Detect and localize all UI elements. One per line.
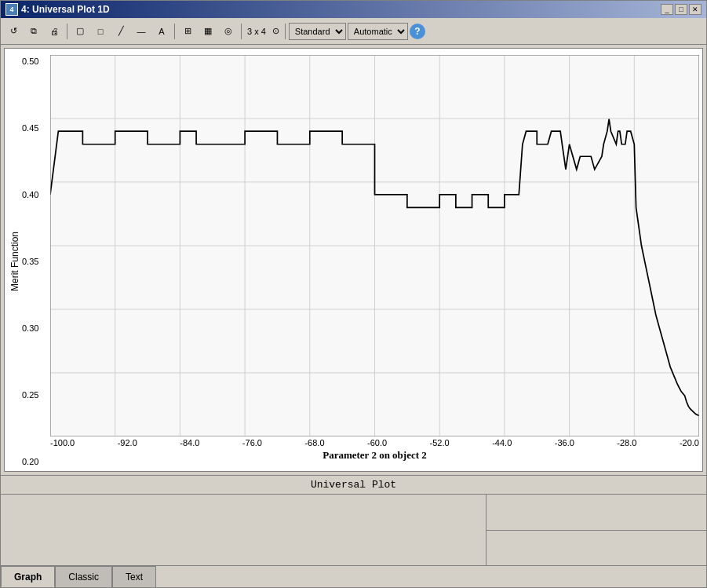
title-bar: 4 4: Universal Plot 1D _ □ ✕ <box>1 1 706 18</box>
tab-bar: Graph Classic Text <box>1 565 706 587</box>
automatic-select[interactable]: Automatic <box>348 23 408 40</box>
chart-area: Merit Function 0.50 0.45 0.40 0.35 0.30 … <box>4 48 703 472</box>
separator-1 <box>67 24 67 39</box>
tab-graph[interactable]: Graph <box>1 566 55 587</box>
separator-2 <box>174 24 175 39</box>
lower-left-panel <box>1 495 487 565</box>
help-button[interactable]: ? <box>410 24 425 39</box>
x-tick-7: -44.0 <box>492 438 512 447</box>
x-tick-1: -92.0 <box>118 438 137 447</box>
x-tick-9: -28.0 <box>617 438 636 447</box>
tab-classic[interactable]: Classic <box>55 566 112 587</box>
x-tick-10: -20.0 <box>680 438 699 447</box>
y-tick-labels: 0.50 0.45 0.40 0.35 0.30 0.25 0.20 <box>22 55 50 468</box>
x-tick-3: -76.0 <box>242 438 262 447</box>
x-tick-6: -52.0 <box>430 438 450 447</box>
text-button[interactable]: A <box>152 22 171 41</box>
y-tick-6: 0.20 <box>22 457 47 466</box>
tab-text[interactable]: Text <box>112 566 156 587</box>
circle-button[interactable]: ◎ <box>219 22 238 41</box>
main-content: Merit Function 0.50 0.45 0.40 0.35 0.30 … <box>1 45 706 565</box>
y-tick-3: 0.35 <box>22 257 47 266</box>
separator-3 <box>241 24 242 39</box>
main-window: 4 4: Universal Plot 1D _ □ ✕ ↺ ⧉ 🖨 ▢ □ ╱… <box>0 0 707 588</box>
x-tick-labels: -100.0 -92.0 -84.0 -76.0 -68.0 -60.0 -52… <box>50 436 699 449</box>
lower-panel-body <box>1 495 706 565</box>
x-tick-8: -36.0 <box>555 438 574 447</box>
close-button[interactable]: ✕ <box>689 4 702 15</box>
window-title: 4: Universal Plot 1D <box>21 4 110 15</box>
lower-panel: Universal Plot <box>1 475 706 565</box>
lower-panel-title: Universal Plot <box>1 476 706 495</box>
grid-label: 3 x 4 <box>245 27 268 36</box>
lower-right-top <box>487 495 706 531</box>
plot-svg <box>50 55 699 436</box>
export-button[interactable]: ▦ <box>199 22 217 41</box>
x-tick-2: -84.0 <box>180 438 199 447</box>
plot-area[interactable] <box>50 55 699 436</box>
refresh-button[interactable]: ↺ <box>4 22 23 41</box>
y-tick-0: 0.50 <box>22 57 47 66</box>
lower-right-bottom <box>487 531 706 566</box>
grid-export-button[interactable]: ⊞ <box>178 22 197 41</box>
x-tick-0: -100.0 <box>50 438 75 447</box>
separator-4 <box>285 24 286 39</box>
title-bar-controls: _ □ ✕ <box>661 4 702 15</box>
print-button[interactable]: 🖨 <box>45 22 64 41</box>
copy-button[interactable]: ⧉ <box>24 22 43 41</box>
y-tick-4: 0.30 <box>22 323 47 333</box>
x-tick-5: -60.0 <box>367 438 387 447</box>
chart-container: Merit Function 0.50 0.45 0.40 0.35 0.30 … <box>5 49 702 471</box>
select-button[interactable]: ▢ <box>71 22 89 41</box>
standard-select[interactable]: Standard <box>289 23 346 40</box>
x-tick-4: -68.0 <box>304 438 324 447</box>
line-button[interactable]: ╱ <box>111 22 130 41</box>
y-tick-1: 0.45 <box>22 123 47 133</box>
y-axis-label: Merit Function <box>8 55 22 468</box>
chart-inner: -100.0 -92.0 -84.0 -76.0 -68.0 -60.0 -52… <box>50 55 699 468</box>
rectangle-button[interactable]: □ <box>91 22 110 41</box>
minimize-button[interactable]: _ <box>661 4 673 15</box>
dash-button[interactable]: — <box>132 22 151 41</box>
y-tick-5: 0.25 <box>22 390 47 400</box>
y-tick-2: 0.40 <box>22 190 47 199</box>
x-axis-area: -100.0 -92.0 -84.0 -76.0 -68.0 -60.0 -52… <box>50 436 699 468</box>
grid-icon: ⊙ <box>270 26 282 36</box>
maximize-button[interactable]: □ <box>675 4 687 15</box>
title-bar-left: 4 4: Universal Plot 1D <box>5 3 110 16</box>
lower-right-panel <box>487 495 706 565</box>
x-axis-title: Parameter 2 on object 2 <box>323 449 427 462</box>
toolbar: ↺ ⧉ 🖨 ▢ □ ╱ — A ⊞ ▦ ◎ 3 x 4 ⊙ Standard A… <box>1 18 706 45</box>
window-icon: 4 <box>5 3 18 16</box>
